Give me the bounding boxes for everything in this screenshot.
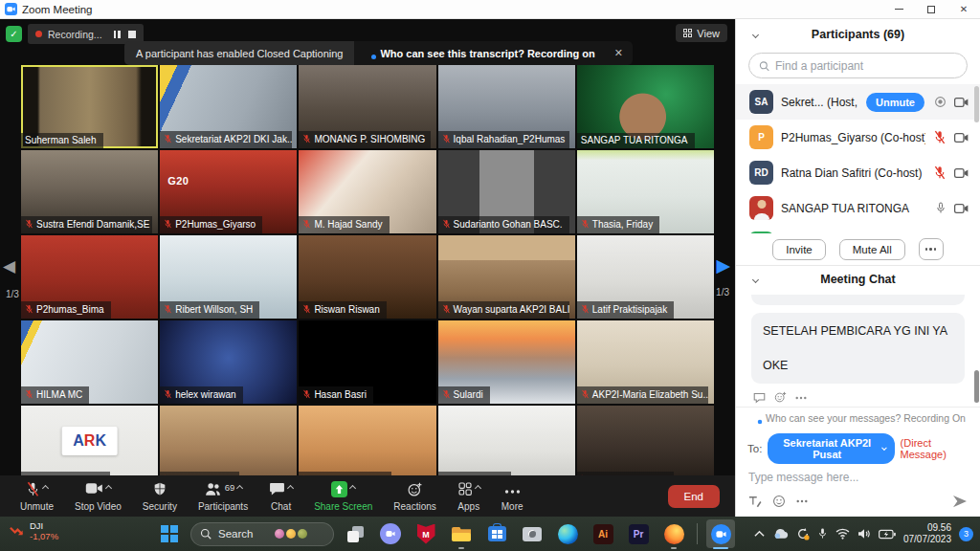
participant-search[interactable] xyxy=(748,53,968,78)
video-tile[interactable]: helex wirawan xyxy=(160,320,297,404)
sync-update-icon[interactable] xyxy=(796,527,810,540)
video-tile[interactable]: SANGAP TUA RITONGA xyxy=(577,65,714,148)
taskbar-clock[interactable]: 09.56 07/07/2023 xyxy=(903,522,951,546)
video-tile[interactable]: Iqbal Rahadian_P2Humas xyxy=(438,65,575,148)
video-tile[interactable]: Sekretariat AKP2I DKI Jak... xyxy=(160,65,297,148)
video-tile[interactable]: MONANG P. SIHOMBING xyxy=(299,65,435,148)
chat-scrollbar[interactable] xyxy=(974,370,979,403)
file-explorer-button[interactable] xyxy=(447,517,476,551)
video-tile[interactable]: G20P2Humas_Giyarso xyxy=(160,150,297,233)
collapse-participants-icon[interactable] xyxy=(752,32,759,38)
toolbar-participants[interactable]: 69Participants xyxy=(188,475,258,517)
video-tile[interactable]: ARKDavid Kristianto xyxy=(21,406,158,475)
toolbar-stop-video[interactable]: Stop Video xyxy=(64,475,132,517)
chevron-up-icon[interactable] xyxy=(287,484,294,491)
toolbar-share-screen[interactable]: Share Screen xyxy=(303,475,383,517)
unmute-button[interactable]: Unmute xyxy=(866,93,924,112)
view-button[interactable]: View xyxy=(676,24,727,42)
collapse-chat-icon[interactable] xyxy=(752,276,759,283)
transcript-toast[interactable]: Who can see this transcript? Recording o… xyxy=(354,41,604,65)
participant-row[interactable] xyxy=(736,226,980,233)
chevron-up-icon[interactable] xyxy=(236,484,243,491)
firefox-button[interactable] xyxy=(659,517,688,551)
zoom-taskbar-button[interactable] xyxy=(706,519,735,548)
toolbar-apps[interactable]: Apps xyxy=(447,475,491,517)
maximize-button[interactable] xyxy=(915,0,947,18)
taskbar-search[interactable]: Search xyxy=(190,522,334,546)
chevron-up-icon[interactable] xyxy=(105,484,112,491)
volume-icon[interactable] xyxy=(858,528,871,540)
stop-recording-icon[interactable] xyxy=(128,31,136,38)
message-more-icon[interactable] xyxy=(795,396,807,400)
input-more-icon[interactable] xyxy=(796,499,808,503)
emoji-icon[interactable] xyxy=(772,495,786,508)
toast-close-icon[interactable]: ✕ xyxy=(605,41,633,65)
video-tile[interactable]: AKP2I-Maria Elizabeth Su... xyxy=(577,320,714,404)
close-button[interactable]: ✕ xyxy=(947,0,980,18)
tray-microphone-icon[interactable] xyxy=(817,527,828,540)
recipient-selector[interactable]: Sekretariat AKP2I Pusat xyxy=(768,433,894,464)
chevron-up-icon[interactable] xyxy=(349,484,356,491)
video-tile[interactable]: Latif Praktisipajak xyxy=(577,235,714,319)
illustrator-button[interactable]: Ai xyxy=(589,517,617,551)
video-tile[interactable]: Suardi AKP2I xyxy=(160,406,297,475)
search-input[interactable] xyxy=(775,59,957,73)
chevron-up-icon[interactable] xyxy=(475,484,481,491)
video-tile[interactable]: HILMA MC xyxy=(21,320,158,404)
participant-row[interactable]: SANGAP TUA RITONGA xyxy=(736,190,980,226)
minimize-button[interactable] xyxy=(882,0,915,18)
video-tile[interactable]: M. Hajad Sandy xyxy=(299,150,435,233)
video-tile[interactable]: Ratna Dian Safitri xyxy=(577,406,714,475)
notification-badge[interactable]: 3 xyxy=(959,527,973,541)
reply-icon[interactable] xyxy=(753,392,766,404)
participants-scrollbar[interactable] xyxy=(974,86,979,122)
onedrive-icon[interactable] xyxy=(772,528,789,540)
stock-widget[interactable]: DJI -1,07% xyxy=(9,521,58,542)
toolbar-more[interactable]: More xyxy=(491,475,534,517)
pause-recording-icon[interactable] xyxy=(114,31,121,38)
chevron-up-icon[interactable] xyxy=(42,484,49,491)
toolbar-unmute[interactable]: Unmute xyxy=(10,475,64,517)
mute-all-button[interactable]: Mute All xyxy=(839,239,905,260)
task-view-button[interactable] xyxy=(341,517,369,551)
participant-row[interactable]: RDRatna Dian Safitri (Co-host) xyxy=(736,155,980,190)
video-tile[interactable]: Suherman Saleh xyxy=(21,65,158,148)
video-tile[interactable]: Wayan suparta AKP2I BALI xyxy=(438,235,575,319)
video-tile[interactable]: Dinata_UPNVJT xyxy=(299,406,435,475)
participant-row[interactable]: SASekret... (Host, me)Unmute xyxy=(736,84,980,120)
more-options-icon[interactable] xyxy=(919,238,944,260)
previous-page-arrow[interactable]: ◀ xyxy=(3,258,15,275)
next-page-arrow[interactable]: ▶ xyxy=(716,256,730,275)
emoji-reaction-icon[interactable] xyxy=(774,391,787,404)
mic-muted-icon xyxy=(442,219,451,231)
edge-button[interactable] xyxy=(553,517,582,551)
video-tile[interactable]: Sustra Efendi Damanik,SE xyxy=(21,150,158,233)
video-tile[interactable]: Thasia, Friday xyxy=(577,150,714,233)
toolbar-security[interactable]: Security xyxy=(132,475,188,517)
wifi-icon[interactable] xyxy=(835,528,850,540)
format-text-icon[interactable] xyxy=(748,496,762,508)
toolbar-reactions[interactable]: Reactions xyxy=(383,475,446,517)
start-button[interactable] xyxy=(155,517,184,551)
battery-icon[interactable] xyxy=(879,529,896,540)
video-tile[interactable]: Riswan Riswan xyxy=(299,235,435,319)
send-icon[interactable] xyxy=(952,495,968,508)
toolbar-chat[interactable]: Chat xyxy=(258,475,303,517)
invite-button[interactable]: Invite xyxy=(772,239,826,260)
microsoft-store-button[interactable] xyxy=(482,517,511,551)
mcafee-button[interactable]: M xyxy=(412,517,440,551)
video-tile[interactable]: Sulardi xyxy=(438,320,575,404)
camera-app-button[interactable] xyxy=(518,517,546,551)
teams-chat-button[interactable] xyxy=(376,517,405,551)
video-tile[interactable]: P2humas_Bima xyxy=(21,235,158,319)
end-meeting-button[interactable]: End xyxy=(668,485,720,508)
chat-input[interactable]: Type message here... xyxy=(736,466,980,489)
video-tile[interactable]: patar octora xyxy=(438,406,575,475)
tray-chevron-up-icon[interactable] xyxy=(754,530,765,538)
video-tile[interactable]: Hasan Basri xyxy=(299,320,435,404)
zoom-app-icon xyxy=(5,3,17,15)
premiere-button[interactable]: Pr xyxy=(624,517,653,551)
video-tile[interactable]: Ribert Willson, SH xyxy=(160,235,297,319)
participant-row[interactable]: PP2Humas_Giyarso (Co-host) xyxy=(736,120,980,155)
video-tile[interactable]: Sudarianto Gohan BASC. xyxy=(438,150,575,233)
